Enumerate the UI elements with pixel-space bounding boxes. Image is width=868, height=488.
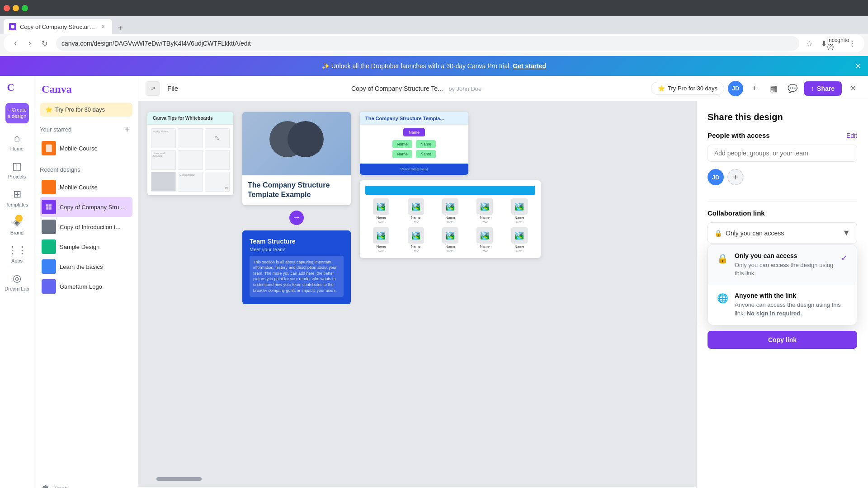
active-tab[interactable]: Copy of Company Structure Te... × [4, 19, 112, 34]
org-row-2: Name Name [392, 140, 436, 148]
next-page-button[interactable]: → [289, 211, 304, 225]
option-anyone-link[interactable]: 🌐 Anyone with the link Anyone can access… [708, 285, 857, 324]
svg-rect-4 [49, 204, 52, 206]
sidebar-item-label-apps: Apps [11, 258, 23, 263]
option-lock-icon: 🔒 [717, 253, 728, 264]
org-header-bar [365, 186, 535, 195]
starred-section-header: Your starred + [40, 124, 132, 135]
announcement-cta[interactable]: Get started [513, 62, 546, 70]
apps-icon: ⋮⋮ [7, 244, 27, 256]
thumb-cell-5 [178, 150, 203, 170]
canvas-bottom-bar: − + Page 1 / 1 6% ⊟ ⊞ ⤢ [138, 486, 696, 488]
center-col: The Company Structure Template Example →… [242, 112, 351, 304]
center-preview-top: The Company Structure Template Example [242, 112, 351, 205]
banner-close-button[interactable]: × [855, 61, 861, 71]
people-access-header: People with access Edit [708, 131, 857, 139]
sidebar-item-brand[interactable]: ◈ ! Brand [3, 213, 32, 239]
option-only-you[interactable]: 🔒 Only you can access Only you can acces… [708, 245, 857, 285]
announcement-banner: ✨ Unlock all the Droptober launches with… [0, 56, 868, 76]
person-avatar-1: 🏞️ [373, 198, 389, 215]
person-role-4: Role [481, 221, 488, 224]
sidebar-logo: C [6, 81, 28, 96]
recent-name-3: Sample Design [60, 244, 131, 250]
stats-button[interactable]: ▦ [766, 81, 781, 96]
sidebar-item-templates[interactable]: ⊞ Templates [3, 185, 32, 211]
team-subtitle: Meet your team! [250, 247, 344, 252]
person-role-3: Role [447, 221, 453, 224]
person-card-8: 🏞️ Name Role [434, 227, 466, 253]
add-starred-button[interactable]: + [122, 124, 132, 135]
person-role-6: Role [378, 249, 384, 253]
close-window-button[interactable] [4, 5, 10, 11]
more-button[interactable]: ⋮ [846, 37, 859, 50]
canvas-and-panel: Canva Tips for Whiteboards Sticky Notes … [138, 101, 868, 488]
editor-topbar-right: ⭐ Try Pro for 30 days JD + ▦ 💬 ↑ Share × [651, 81, 861, 96]
window-controls [4, 5, 28, 11]
browser-actions: ☆ ⬇ Incognito (2) ⋮ [803, 37, 859, 50]
canvas-content: Canva Tips for Whiteboards Sticky Notes … [138, 101, 696, 474]
org-node-top: Name [403, 128, 425, 136]
org-node-2a: Name [392, 140, 412, 148]
nav-buttons: ‹ › ↻ [9, 37, 51, 50]
option-anyone-content: Anyone with the link Anyone can access t… [735, 292, 848, 317]
sidebar-item-dream-lab[interactable]: ◎ Dream Lab [3, 269, 32, 295]
recent-item-mobile-course[interactable]: Mobile Course [40, 177, 132, 197]
edit-access-link[interactable]: Edit [846, 132, 857, 139]
close-panel-button[interactable]: × [845, 81, 861, 96]
starred-thumb [42, 141, 56, 155]
recent-item-sample-design[interactable]: Sample Design [40, 237, 132, 257]
collab-link-dropdown-menu: 🔒 Only you can access Only you can acces… [708, 244, 857, 325]
share-button[interactable]: ↑ Share [804, 81, 842, 96]
starred-item-mobile-course[interactable]: Mobile Course [40, 138, 132, 158]
user-avatar[interactable]: JD [728, 81, 743, 96]
copy-link-button[interactable]: Copy link [708, 331, 857, 349]
collab-link-dropdown[interactable]: 🔒 Only you can access ▼ [708, 222, 857, 244]
forward-button[interactable]: › [24, 37, 36, 50]
add-people-input[interactable] [708, 145, 857, 162]
comments-button[interactable]: 💬 [785, 81, 800, 96]
try-pro-toolbar-button[interactable]: ⭐ Try Pro for 30 days [651, 82, 724, 95]
add-user-chip[interactable]: + [727, 169, 744, 185]
left-sidebar: C + Create a design ⌂ Home ◫ Projects ⊞ … [0, 76, 34, 488]
sidebar-item-apps[interactable]: ⋮⋮ Apps [3, 241, 32, 267]
add-collaborator-button[interactable]: + [747, 81, 762, 96]
tab-close-button[interactable]: × [99, 23, 107, 30]
refresh-button[interactable]: ↻ [38, 37, 51, 50]
horizontal-scrollbar[interactable] [147, 477, 687, 481]
chevron-down-icon: ▼ [842, 228, 850, 238]
home-icon: ⌂ [14, 132, 20, 144]
try-pro-star-icon: ⭐ [658, 85, 665, 92]
recent-item-learn-basics[interactable]: Learn the basics [40, 257, 132, 277]
tab-favicon [9, 23, 16, 30]
sidebar-item-home[interactable]: ⌂ Home [3, 129, 32, 155]
recent-thumb-3 [42, 239, 56, 254]
recent-item-copy-company[interactable]: Copy of Company Stru... [40, 197, 132, 217]
person-name-1: Name [377, 216, 386, 220]
recent-item-gamefarm-logo[interactable]: Gamefarm Logo [40, 277, 132, 296]
create-design-button[interactable]: + Create a design [5, 103, 29, 123]
sidebar-item-label-templates: Templates [5, 202, 28, 207]
minimize-window-button[interactable] [13, 5, 19, 11]
file-menu-button[interactable]: File [164, 83, 182, 94]
star-button[interactable]: ☆ [803, 37, 816, 50]
new-tab-button[interactable]: + [114, 22, 127, 34]
recent-item-copy-intro[interactable]: Copy of Introduction t... [40, 217, 132, 237]
editor-topbar-left: ↗ File [146, 81, 182, 96]
person-avatar-6: 🏞️ [373, 227, 389, 244]
sidebar-item-projects[interactable]: ◫ Projects [3, 157, 32, 183]
url-bar[interactable]: canva.com/design/DAGVwWI7eDw/TByK4I4V6ud… [56, 36, 799, 51]
person-role-2: Role [412, 221, 419, 224]
share-panel-title: Share this design [708, 112, 857, 122]
person-card-1: 🏞️ Name Role [365, 198, 397, 224]
scrollbar-thumb[interactable] [156, 477, 202, 481]
user-chip-jd[interactable]: JD [708, 169, 724, 185]
trash-button[interactable]: 🗑 Trash [40, 475, 133, 488]
share-panel: Share this design People with access Edi… [696, 101, 868, 488]
external-link-button[interactable]: ↗ [146, 81, 160, 96]
option-anyone-title: Anyone with the link [735, 292, 848, 299]
org-chart: Name Name Name Name Name [360, 125, 468, 162]
thumb-grid: Sticky Notes ✎ Lines and Shapes [147, 125, 233, 195]
back-button[interactable]: ‹ [9, 37, 22, 50]
try-pro-sidebar-button[interactable]: ⭐ Try Pro for 30 days [40, 103, 132, 117]
maximize-window-button[interactable] [22, 5, 28, 11]
